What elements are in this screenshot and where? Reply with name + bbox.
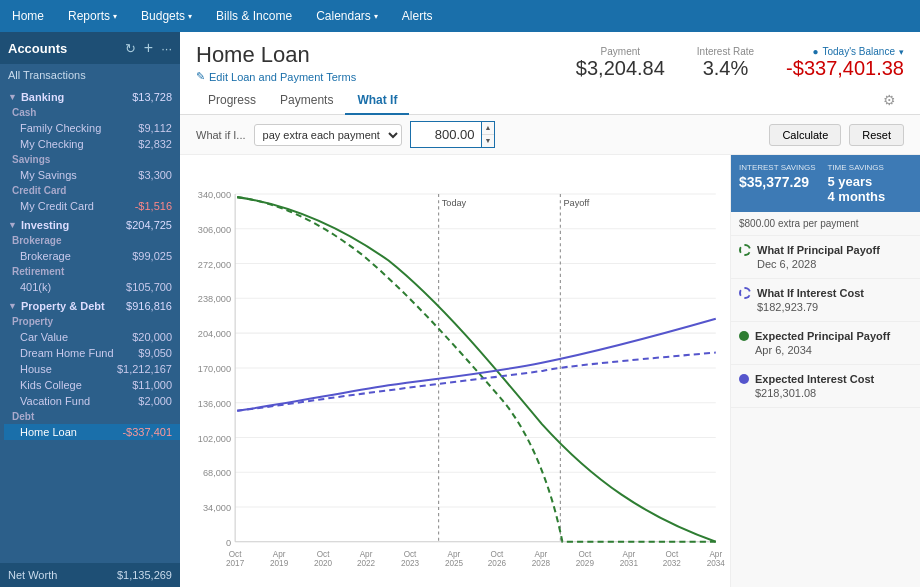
tab-whatif[interactable]: What If: [345, 87, 409, 115]
edit-icon: ✎: [196, 70, 205, 83]
sidebar-item-401k[interactable]: 401(k)$105,700: [4, 279, 180, 295]
svg-text:2031: 2031: [620, 559, 639, 568]
svg-text:102,000: 102,000: [198, 434, 231, 444]
svg-text:2029: 2029: [576, 559, 595, 568]
sidebar-subgroup-cash: Cash: [4, 105, 180, 120]
svg-text:136,000: 136,000: [198, 399, 231, 409]
svg-text:238,000: 238,000: [198, 294, 231, 304]
chevron-down-icon: ▾: [374, 12, 378, 21]
tab-payments[interactable]: Payments: [268, 87, 345, 115]
edit-loan-link[interactable]: ✎ Edit Loan and Payment Terms: [196, 70, 356, 83]
extra-payment-note: $800.00 extra per payment: [731, 212, 920, 236]
svg-text:272,000: 272,000: [198, 260, 231, 270]
svg-text:204,000: 204,000: [198, 329, 231, 339]
tab-progress[interactable]: Progress: [196, 87, 268, 115]
calculate-button[interactable]: Calculate: [769, 124, 841, 146]
whatif-principal-icon: [739, 244, 751, 256]
interest-stat: Interest Rate 3.4%: [697, 46, 754, 80]
sidebar-item-kids-college[interactable]: Kids College$11,000: [4, 377, 180, 393]
interest-savings-value: $35,377.29: [739, 174, 824, 190]
expected-principal-label: Expected Principal Payoff: [755, 330, 890, 342]
net-worth-label: Net Worth: [8, 569, 57, 581]
svg-text:2026: 2026: [488, 559, 507, 568]
investing-collapse-icon[interactable]: ▼: [8, 220, 17, 230]
property-collapse-icon[interactable]: ▼: [8, 301, 17, 311]
chart-container: 340,000 306,000 272,000 238,000 204,000 …: [180, 155, 730, 587]
sidebar-all-transactions[interactable]: All Transactions: [0, 64, 180, 86]
sidebar-group-property-total: $916,816: [126, 300, 172, 312]
nav-item-home[interactable]: Home: [0, 0, 56, 32]
sidebar-group-property-debt: ▼ Property & Debt $916,816 Property Car …: [0, 295, 180, 440]
tabs-bar: Progress Payments What If ⚙: [196, 87, 904, 114]
expected-interest-value: $218,301.08: [739, 387, 912, 399]
sidebar-item-car-value[interactable]: Car Value$20,000: [4, 329, 180, 345]
svg-text:2028: 2028: [532, 559, 551, 568]
nav-calendars-label: Calendars: [316, 9, 371, 23]
loan-chart: 340,000 306,000 272,000 238,000 204,000 …: [184, 163, 726, 583]
sidebar-item-family-checking[interactable]: Family Checking$9,112: [4, 120, 180, 136]
svg-text:2032: 2032: [663, 559, 682, 568]
sidebar-item-house[interactable]: House$1,212,167: [4, 361, 180, 377]
svg-text:Apr: Apr: [622, 550, 635, 559]
chevron-down-icon: ▾: [188, 12, 192, 21]
spinner-up-icon[interactable]: ▲: [482, 122, 495, 135]
interest-savings-block: INTEREST SAVINGS $35,377.29: [739, 163, 824, 204]
whatif-principal-value: Dec 6, 2028: [739, 258, 912, 270]
sidebar-item-my-checking[interactable]: My Checking$2,832: [4, 136, 180, 152]
svg-text:2025: 2025: [445, 559, 464, 568]
svg-text:Oct: Oct: [317, 550, 330, 559]
sidebar-item-my-savings[interactable]: My Savings$3,300: [4, 167, 180, 183]
svg-text:Apr: Apr: [448, 550, 461, 559]
sidebar-group-investing-total: $204,725: [126, 219, 172, 231]
sidebar-subgroup-retirement: Retirement: [4, 264, 180, 279]
settings-icon[interactable]: ⚙: [875, 88, 904, 112]
today-balance-arrow: ▾: [899, 47, 904, 57]
whatif-principal-label: What If Principal Payoff: [757, 244, 880, 256]
spinner-down-icon[interactable]: ▼: [482, 135, 495, 147]
banking-collapse-icon[interactable]: ▼: [8, 92, 17, 102]
svg-text:2022: 2022: [357, 559, 376, 568]
content-header: Home Loan ✎ Edit Loan and Payment Terms …: [180, 32, 920, 115]
sidebar-subgroup-credit-card: Credit Card: [4, 183, 180, 198]
nav-item-reports[interactable]: Reports ▾: [56, 0, 129, 32]
sidebar-item-my-credit-card[interactable]: My Credit Card-$1,516: [4, 198, 180, 214]
sidebar-group-banking: ▼ Banking $13,728 Cash Family Checking$9…: [0, 86, 180, 214]
interest-value: 3.4%: [697, 57, 754, 80]
legend-item-whatif-interest: What If Interest Cost $182,923.79: [731, 279, 920, 322]
svg-text:34,000: 34,000: [203, 503, 231, 513]
svg-text:306,000: 306,000: [198, 225, 231, 235]
whatif-interest-label: What If Interest Cost: [757, 287, 864, 299]
expected-interest-icon: [739, 374, 749, 384]
payment-label: Payment: [576, 46, 665, 57]
payment-value: $3,204.84: [576, 57, 665, 80]
whatif-select[interactable]: pay extra each payment: [254, 124, 402, 146]
whatif-amount-input[interactable]: [410, 121, 482, 148]
nav-item-bills[interactable]: Bills & Income: [204, 0, 304, 32]
net-worth: Net Worth $1,135,269: [0, 563, 180, 587]
sidebar-group-property-label: Property & Debt: [21, 300, 126, 312]
svg-text:0: 0: [226, 538, 231, 548]
sidebar-item-home-loan[interactable]: Home Loan-$337,401: [4, 424, 180, 440]
sidebar-group-investing-label: Investing: [21, 219, 126, 231]
add-account-icon[interactable]: +: [144, 39, 153, 57]
sidebar-item-brokerage[interactable]: Brokerage$99,025: [4, 248, 180, 264]
more-options-icon[interactable]: ···: [161, 41, 172, 56]
nav-item-alerts[interactable]: Alerts: [390, 0, 445, 32]
chevron-down-icon: ▾: [113, 12, 117, 21]
time-savings-label: TIME SAVINGS: [828, 163, 913, 172]
nav-item-budgets[interactable]: Budgets ▾: [129, 0, 204, 32]
svg-text:Oct: Oct: [229, 550, 242, 559]
reset-button[interactable]: Reset: [849, 124, 904, 146]
sidebar-item-vacation-fund[interactable]: Vacation Fund$2,000: [4, 393, 180, 409]
sidebar-header: Accounts ↻ + ···: [0, 32, 180, 64]
svg-text:Apr: Apr: [535, 550, 548, 559]
nav-home[interactable]: Home: [0, 0, 56, 32]
nav-budgets-label: Budgets: [141, 9, 185, 23]
whatif-spinner[interactable]: ▲ ▼: [482, 121, 496, 148]
svg-text:Oct: Oct: [491, 550, 504, 559]
today-balance-value: -$337,401.38: [786, 57, 904, 80]
refresh-icon[interactable]: ↻: [125, 41, 136, 56]
nav-item-calendars[interactable]: Calendars ▾: [304, 0, 390, 32]
net-worth-value: $1,135,269: [117, 569, 172, 581]
sidebar-item-dream-home[interactable]: Dream Home Fund$9,050: [4, 345, 180, 361]
